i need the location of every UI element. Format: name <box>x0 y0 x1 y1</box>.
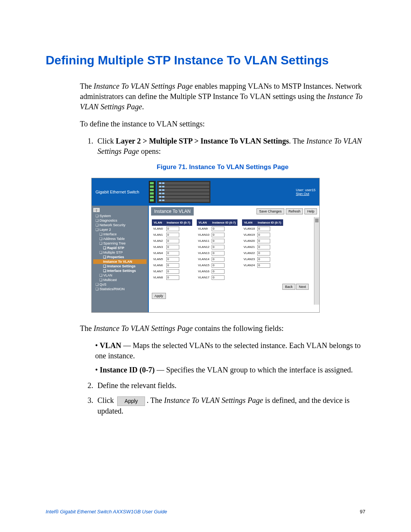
instance-id-input[interactable] <box>212 251 225 256</box>
table-row: VLAN13 <box>197 250 237 256</box>
page-number: 97 <box>360 509 365 514</box>
vlan-label: VLAN14 <box>197 256 210 262</box>
instance-id-input[interactable] <box>166 239 179 243</box>
instance-id-input[interactable] <box>257 245 270 249</box>
nav-collapse-icon[interactable]: ··|·· <box>93 208 100 212</box>
instance-id-input[interactable] <box>257 257 270 262</box>
instance-id-input[interactable] <box>212 245 225 249</box>
nav-item[interactable]: ❏ Diagnostics <box>93 218 147 223</box>
footer-guide-title: Intel® Gigabit Ethernet Switch AXXSW1GB … <box>46 509 167 514</box>
vlan-label: VLAN20 <box>242 238 256 244</box>
instance-id-input[interactable] <box>166 245 179 249</box>
text: . <box>142 102 144 111</box>
help-button[interactable]: Help <box>304 208 317 214</box>
instance-id-input[interactable] <box>257 233 270 237</box>
back-button[interactable]: Back <box>282 284 295 290</box>
table-row: VLAN9 <box>197 225 237 232</box>
instance-id-input[interactable] <box>212 257 225 262</box>
text-bold: Layer 2 > Multiple STP > Instance To VLA… <box>116 137 289 145</box>
vlan-label: VLAN8 <box>152 275 165 281</box>
table-row: VLAN3 <box>152 244 192 250</box>
page-footer: Intel® Gigabit Ethernet Switch AXXSW1GB … <box>46 509 365 514</box>
scrollbar[interactable] <box>314 217 319 305</box>
nav-item[interactable]: ❏ VLAN <box>93 273 147 278</box>
nav-item[interactable]: ❏ Interface <box>93 232 147 236</box>
text: . The <box>147 396 164 404</box>
instance-id-input[interactable] <box>166 233 179 237</box>
user-label: User: user15 <box>296 188 315 192</box>
next-button[interactable]: Next <box>296 284 309 290</box>
field-vlan: VLAN — Maps the selected VLANs to the se… <box>95 340 365 361</box>
text: — Specifies the VLAN group to which the … <box>155 366 353 374</box>
instance-id-input[interactable] <box>212 227 225 231</box>
table-row: VLAN18 <box>242 225 283 232</box>
instance-id-input[interactable] <box>257 239 270 243</box>
table-row: VLAN17 <box>197 275 237 281</box>
table-row: VLAN19 <box>242 232 283 238</box>
table-row: VLAN1 <box>152 232 192 238</box>
vlan-label: VLAN18 <box>242 225 256 232</box>
nav-item[interactable]: ❏ Address Table <box>93 236 147 241</box>
vlan-label: VLAN15 <box>197 262 210 268</box>
apply-button[interactable]: Apply <box>152 293 166 299</box>
save-changes-button[interactable]: Save Changes <box>256 208 284 214</box>
instance-id-input[interactable] <box>166 257 179 262</box>
table-row: VLAN16 <box>197 268 237 275</box>
vlan-label: VLAN22 <box>242 250 256 256</box>
user-box: User: user15 Sign Out <box>296 188 315 196</box>
nav-item[interactable]: ❏ Statistics/RMON <box>93 287 147 291</box>
vlan-label: VLAN11 <box>197 238 210 244</box>
instance-id-input[interactable] <box>257 263 270 268</box>
instance-id-input[interactable] <box>166 275 179 280</box>
nav-item[interactable]: ❏ QoS <box>93 282 147 287</box>
nav-item[interactable]: ❏ Properties <box>93 255 147 259</box>
col-header-instance: Instance ID (0-7) <box>210 219 237 225</box>
nav-item[interactable]: ❏ Rapid STP <box>93 246 147 250</box>
nav-item[interactable]: Instance To VLAN <box>93 259 147 264</box>
field-list: VLAN — Maps the selected VLANs to the se… <box>95 340 365 375</box>
instance-id-input[interactable] <box>212 233 225 237</box>
nav-item[interactable]: ❏ Network Security <box>93 223 147 227</box>
text: opens: <box>139 147 161 155</box>
table-row: VLAN15 <box>197 262 237 268</box>
lead-text: To define the instance to VLAN settings: <box>80 119 365 129</box>
nav-item[interactable]: ❏ Layer 2 <box>93 227 147 232</box>
table-row: VLAN22 <box>242 250 283 256</box>
instance-id-input[interactable] <box>212 239 225 243</box>
text: — Maps the selected VLANs to the selecte… <box>95 341 361 360</box>
step-2: Define the relevant fields. <box>95 380 365 391</box>
text: The <box>80 324 94 332</box>
instance-id-input[interactable] <box>212 275 225 280</box>
table-row: VLAN12 <box>197 244 237 250</box>
nav-item[interactable]: ❏ Interface Settings <box>93 268 147 273</box>
sign-out-link[interactable]: Sign Out <box>296 192 315 196</box>
vlan-label: VLAN5 <box>152 256 165 262</box>
vlan-label: VLAN3 <box>152 244 165 250</box>
nav-item[interactable]: ❏ System <box>93 214 147 218</box>
nav-item[interactable]: ❏ Multicast <box>93 278 147 282</box>
table-row: VLAN14 <box>197 256 237 262</box>
instance-id-input[interactable] <box>257 227 270 231</box>
vlan-label: VLAN21 <box>242 244 256 250</box>
instance-id-input[interactable] <box>257 251 270 256</box>
text-bold: VLAN <box>100 341 121 350</box>
nav-item[interactable]: ❏ Instance Settings <box>93 264 147 268</box>
instance-id-input[interactable] <box>166 227 179 231</box>
table-row: VLAN2 <box>152 238 192 244</box>
nav-item[interactable]: ❏ Multiple STP <box>93 250 147 255</box>
text: Click <box>97 396 116 404</box>
nav-item[interactable]: ❏ Spanning Tree <box>93 241 147 246</box>
instance-id-input[interactable] <box>212 263 225 268</box>
vlan-label: VLAN16 <box>197 268 210 275</box>
col-header-vlan: VLAN <box>197 219 210 225</box>
step-3: Click Apply. The Instance To VLAN Settin… <box>95 395 365 416</box>
vlan-label: VLAN23 <box>242 256 256 262</box>
instance-id-input[interactable] <box>166 263 179 268</box>
text: The <box>80 82 94 90</box>
instance-id-input[interactable] <box>166 251 179 256</box>
vlan-label: VLAN10 <box>197 232 210 238</box>
refresh-button[interactable]: Refresh <box>286 208 303 214</box>
instance-id-input[interactable] <box>212 269 225 274</box>
instance-id-input[interactable] <box>166 269 179 274</box>
text: . The <box>289 137 306 145</box>
